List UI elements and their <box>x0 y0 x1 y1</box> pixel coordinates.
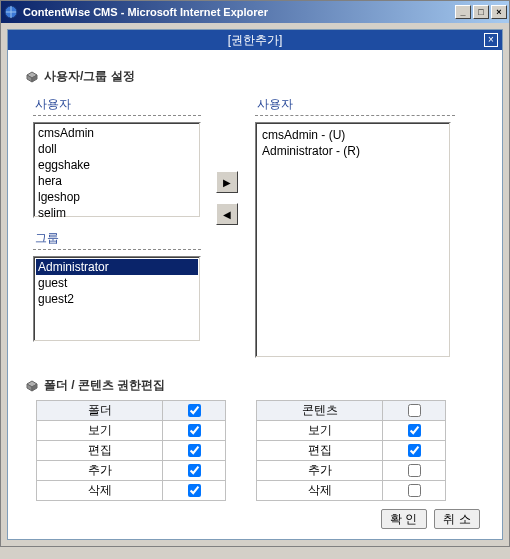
cancel-button[interactable]: 취 소 <box>434 509 480 529</box>
content-perm-row-label: 편집 <box>257 441 383 461</box>
content-perm-row-label: 삭제 <box>257 481 383 501</box>
divider <box>255 115 455 116</box>
transfer-buttons: ▶ ◀ <box>206 91 248 225</box>
list-item[interactable]: hera <box>36 173 198 189</box>
folder-perm-row-label: 편집 <box>37 441 163 461</box>
client-area: [권한추가] × 사용자/그룹 설정 사용자 <box>1 23 509 546</box>
add-button[interactable]: ▶ <box>216 171 238 193</box>
section-user-group-title: 사용자/그룹 설정 <box>44 68 135 85</box>
assigned-fieldset: 사용자 cmsAdmin - (U)Administrator - (R) <box>248 91 448 365</box>
user-label: 사용자 <box>35 96 199 113</box>
list-item[interactable]: Administrator <box>36 259 198 275</box>
folder-perm-row-checkbox[interactable] <box>188 424 201 437</box>
close-button[interactable]: × <box>491 5 507 19</box>
titlebar[interactable]: ContentWise CMS - Microsoft Internet Exp… <box>1 1 509 23</box>
group-label: 그룹 <box>35 230 199 247</box>
folder-perm-row-label: 추가 <box>37 461 163 481</box>
list-item[interactable]: eggshake <box>36 157 198 173</box>
folder-perm-table: 폴더보기편집추가삭제 <box>36 400 226 501</box>
content-perm-row-check-cell <box>383 441 446 461</box>
folder-perm-header-checkbox[interactable] <box>188 404 201 417</box>
folder-perm-row-label: 보기 <box>37 421 163 441</box>
content-perm-row-checkbox[interactable] <box>408 424 421 437</box>
folder-perm-header-check-cell <box>163 401 226 421</box>
perm-columns: 폴더보기편집추가삭제 콘텐츠보기편집추가삭제 <box>36 400 484 501</box>
content-perm-row-label: 추가 <box>257 461 383 481</box>
folder-perm-row-checkbox[interactable] <box>188 484 201 497</box>
dialog-body: 사용자/그룹 설정 사용자 cmsAdmindolleggshakeheralg… <box>8 50 502 539</box>
divider <box>33 249 201 250</box>
group-listbox[interactable]: Administratorguestguest2 <box>33 256 201 342</box>
section-user-group-head: 사용자/그룹 설정 <box>26 68 484 85</box>
user-group-columns: 사용자 cmsAdmindolleggshakeheralgeshopselim… <box>26 91 484 365</box>
left-column: 사용자 cmsAdmindolleggshakeheralgeshopselim… <box>26 91 206 349</box>
content-perm-row-checkbox[interactable] <box>408 444 421 457</box>
content-perm-row-checkbox[interactable] <box>408 464 421 477</box>
folder-perm-row-label: 삭제 <box>37 481 163 501</box>
content-perm-row-check-cell <box>383 461 446 481</box>
dialog-buttons: 확 인 취 소 <box>26 509 484 529</box>
dialog-title-bar: [권한추가] × <box>8 30 502 50</box>
content-perm-header-label: 콘텐츠 <box>257 401 383 421</box>
divider <box>33 115 201 116</box>
folder-perm-row-check-cell <box>163 441 226 461</box>
folder-perm-row-check-cell <box>163 421 226 441</box>
cube-icon <box>26 380 38 392</box>
group-fieldset: 그룹 Administratorguestguest2 <box>26 225 206 349</box>
minimize-button[interactable]: _ <box>455 5 471 19</box>
list-item[interactable]: cmsAdmin <box>36 125 198 141</box>
assigned-label: 사용자 <box>257 96 441 113</box>
list-item[interactable]: cmsAdmin - (U) <box>260 127 446 143</box>
remove-button[interactable]: ◀ <box>216 203 238 225</box>
folder-perm-header-label: 폴더 <box>37 401 163 421</box>
cube-icon <box>26 71 38 83</box>
list-item[interactable]: doll <box>36 141 198 157</box>
content-perm-table: 콘텐츠보기편집추가삭제 <box>256 400 446 501</box>
user-listbox[interactable]: cmsAdmindolleggshakeheralgeshopselim <box>33 122 201 218</box>
user-fieldset: 사용자 cmsAdmindolleggshakeheralgeshopselim <box>26 91 206 225</box>
content-perm-row-checkbox[interactable] <box>408 484 421 497</box>
app-window: ContentWise CMS - Microsoft Internet Exp… <box>0 0 510 547</box>
section-perm-title: 폴더 / 콘텐츠 권한편집 <box>44 377 165 394</box>
folder-perm-row-checkbox[interactable] <box>188 444 201 457</box>
list-item[interactable]: selim <box>36 205 198 218</box>
assigned-listbox[interactable]: cmsAdmin - (U)Administrator - (R) <box>255 122 451 358</box>
folder-perm-row-checkbox[interactable] <box>188 464 201 477</box>
content-perm-row-check-cell <box>383 481 446 501</box>
arrow-left-icon: ◀ <box>223 209 231 220</box>
section-perm-head: 폴더 / 콘텐츠 권한편집 <box>26 377 484 394</box>
dialog-close-button[interactable]: × <box>484 33 498 47</box>
arrow-right-icon: ▶ <box>223 177 231 188</box>
list-item[interactable]: lgeshop <box>36 189 198 205</box>
folder-perm-row-check-cell <box>163 461 226 481</box>
dialog-panel: [권한추가] × 사용자/그룹 설정 사용자 <box>7 29 503 540</box>
content-perm-header-check-cell <box>383 401 446 421</box>
content-perm-header-checkbox[interactable] <box>408 404 421 417</box>
ie-icon <box>3 4 19 20</box>
list-item[interactable]: Administrator - (R) <box>260 143 446 159</box>
content-perm-row-check-cell <box>383 421 446 441</box>
dialog-title: [권한추가] <box>228 33 283 47</box>
window-buttons: _ □ × <box>453 5 507 19</box>
list-item[interactable]: guest <box>36 275 198 291</box>
list-item[interactable]: guest2 <box>36 291 198 307</box>
window-title: ContentWise CMS - Microsoft Internet Exp… <box>23 6 453 18</box>
right-column: 사용자 cmsAdmin - (U)Administrator - (R) <box>248 91 448 365</box>
content-perm-row-label: 보기 <box>257 421 383 441</box>
folder-perm-row-check-cell <box>163 481 226 501</box>
ok-button[interactable]: 확 인 <box>381 509 427 529</box>
maximize-button[interactable]: □ <box>473 5 489 19</box>
